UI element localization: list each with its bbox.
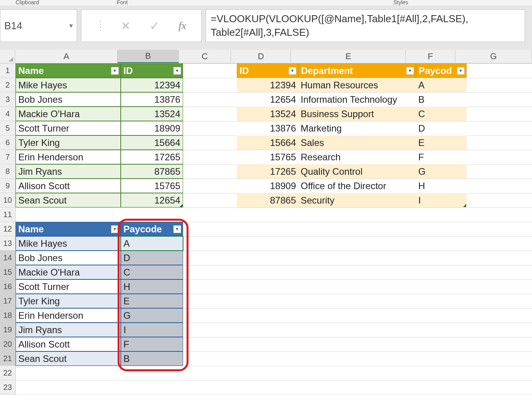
row-header-4[interactable]: 4 <box>0 107 16 121</box>
filter-dropdown-icon[interactable]: ▾ <box>173 225 181 233</box>
cell-A9[interactable]: Allison Scott <box>16 179 121 193</box>
cell-A6[interactable]: Tyler King <box>16 135 121 150</box>
cell-D4[interactable]: 13524 <box>237 107 298 121</box>
cell-B7[interactable]: 17265 <box>121 150 183 164</box>
cell-D7[interactable]: 15765 <box>237 150 298 164</box>
cell-D2[interactable]: 12394 <box>237 78 298 92</box>
dropdown-icon[interactable]: ▾ <box>69 21 73 30</box>
cell-B15[interactable]: C <box>121 265 183 279</box>
cell-A17[interactable]: Tyler King <box>16 294 121 308</box>
cell-A15[interactable]: Mackie O'Hara <box>16 265 121 279</box>
cell-B8[interactable]: 87865 <box>121 164 183 179</box>
row-header-14[interactable]: 14 <box>0 251 16 265</box>
cell-A4[interactable]: Mackie O'Hara <box>16 107 121 121</box>
cell-B18[interactable]: G <box>121 308 183 323</box>
cell-E6[interactable]: Sales <box>298 135 416 150</box>
row-header-13[interactable]: 13 <box>0 236 16 251</box>
cell-B21[interactable]: B <box>121 351 183 366</box>
cell-D3[interactable]: 12654 <box>237 92 298 107</box>
cell-B10[interactable]: 12654 <box>121 193 183 207</box>
col-header-c[interactable]: C <box>179 50 231 63</box>
cell-A1[interactable]: Name▾ <box>16 63 121 78</box>
row-header-16[interactable]: 16 <box>0 279 16 294</box>
row-header-2[interactable]: 2 <box>0 78 16 92</box>
row-header-21[interactable]: 21 <box>0 351 16 366</box>
cancel-icon[interactable]: ✕ <box>121 19 130 33</box>
cell-B16[interactable]: H <box>121 279 183 294</box>
cell-F3[interactable]: B <box>416 92 467 107</box>
cell-E2[interactable]: Human Resources <box>298 78 416 92</box>
row-header-20[interactable]: 20 <box>0 337 16 351</box>
cell-D5[interactable]: 13876 <box>237 121 298 135</box>
cell-F9[interactable]: H <box>416 179 467 193</box>
cell-E3[interactable]: Information Technology <box>298 92 416 107</box>
col-header-b[interactable]: B <box>118 50 178 63</box>
row-header-23[interactable]: 23 <box>0 380 16 395</box>
row-header-15[interactable]: 15 <box>0 265 16 279</box>
cell-A7[interactable]: Erin Henderson <box>16 150 121 164</box>
cell-F4[interactable]: C <box>416 107 467 121</box>
filter-dropdown-icon[interactable]: ▾ <box>457 67 465 75</box>
row-header-22[interactable]: 22 <box>0 366 16 380</box>
cell-E5[interactable]: Marketing <box>298 121 416 135</box>
cell-A10[interactable]: Sean Scout <box>16 193 121 207</box>
cell-B19[interactable]: I <box>121 323 183 337</box>
cell-F10[interactable]: I <box>416 193 467 207</box>
cell-A2[interactable]: Mike Hayes <box>16 78 121 92</box>
cell-A21[interactable]: Sean Scout <box>16 351 121 366</box>
filter-dropdown-icon[interactable]: ▾ <box>289 67 296 75</box>
cell-A8[interactable]: Jim Ryans <box>16 164 121 179</box>
cell-B9[interactable]: 15765 <box>121 179 183 193</box>
cell-A5[interactable]: Scott Turner <box>16 121 121 135</box>
cell-A14[interactable]: Bob Jones <box>16 251 121 265</box>
row-header-7[interactable]: 7 <box>0 150 16 164</box>
cell-B14[interactable]: D <box>121 251 183 265</box>
cell-D1[interactable]: ID▾ <box>237 63 298 78</box>
cell-B3[interactable]: 13876 <box>121 92 183 107</box>
cell-F1[interactable]: Paycod▾ <box>416 63 467 78</box>
col-header-e[interactable]: E <box>291 50 406 63</box>
cell-E1[interactable]: Department▾ <box>298 63 416 78</box>
cell-E10[interactable]: Security <box>298 193 416 207</box>
row-header-19[interactable]: 19 <box>0 323 16 337</box>
filter-dropdown-icon[interactable]: ▾ <box>111 225 119 233</box>
row-header-6[interactable]: 6 <box>0 135 16 150</box>
cell-A12[interactable]: Name▾ <box>16 222 121 236</box>
row-header-18[interactable]: 18 <box>0 308 16 323</box>
fx-icon[interactable]: fx <box>178 19 186 32</box>
name-box[interactable]: B14 ▾ <box>0 9 77 42</box>
col-header-g[interactable]: G <box>455 50 532 63</box>
cell-F6[interactable]: E <box>416 135 467 150</box>
cell-B1[interactable]: ID▾ <box>121 63 183 78</box>
filter-dropdown-icon[interactable]: ▾ <box>111 67 119 75</box>
row-header-11[interactable]: 11 <box>0 207 16 222</box>
cell-A13[interactable]: Mike Hayes <box>16 236 121 251</box>
row-header-5[interactable]: 5 <box>0 121 16 135</box>
row-header-17[interactable]: 17 <box>0 294 16 308</box>
row-header-8[interactable]: 8 <box>0 164 16 179</box>
col-header-d[interactable]: D <box>231 50 291 63</box>
col-header-a[interactable]: A <box>15 50 118 63</box>
formula-input[interactable]: =VLOOKUP(VLOOKUP([@Name],Table1[#All],2,… <box>206 9 525 42</box>
cell-D6[interactable]: 15664 <box>237 135 298 150</box>
row-header-1[interactable]: 1 <box>0 63 16 78</box>
cell-B17[interactable]: E <box>121 294 183 308</box>
cell-A20[interactable]: Allison Scott <box>16 337 121 351</box>
cell-F5[interactable]: D <box>416 121 467 135</box>
row-header-9[interactable]: 9 <box>0 179 16 193</box>
cell-B5[interactable]: 18909 <box>121 121 183 135</box>
cell-A18[interactable]: Erin Henderson <box>16 308 121 323</box>
row-header-12[interactable]: 12 <box>0 222 16 236</box>
cell-F2[interactable]: A <box>416 78 467 92</box>
select-all-corner[interactable] <box>0 50 15 63</box>
cell-F8[interactable]: G <box>416 164 467 179</box>
cell-B6[interactable]: 15664 <box>121 135 183 150</box>
cell-E9[interactable]: Office of the Director <box>298 179 416 193</box>
cell-D10[interactable]: 87865 <box>237 193 298 207</box>
cell-B2[interactable]: 12394 <box>121 78 183 92</box>
cell-D9[interactable]: 18909 <box>237 179 298 193</box>
cell-D8[interactable]: 17265 <box>237 164 298 179</box>
cell-B13[interactable]: A <box>121 236 183 251</box>
row-header-10[interactable]: 10 <box>0 193 16 207</box>
filter-dropdown-icon[interactable]: ▾ <box>406 67 414 75</box>
